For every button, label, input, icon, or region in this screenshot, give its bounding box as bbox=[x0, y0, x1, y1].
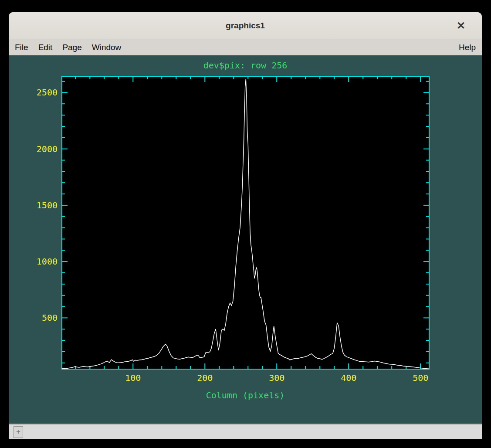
svg-text:200: 200 bbox=[197, 373, 213, 383]
menu-bar: FileEditPageWindow Help bbox=[9, 39, 482, 55]
graphics-canvas[interactable]: 1002003004005005001000150020002500 dev$p… bbox=[9, 55, 482, 424]
svg-text:400: 400 bbox=[341, 373, 356, 383]
svg-text:100: 100 bbox=[125, 373, 141, 383]
svg-text:1000: 1000 bbox=[37, 256, 58, 267]
svg-text:2500: 2500 bbox=[37, 87, 58, 98]
menu-item-edit[interactable]: Edit bbox=[38, 43, 53, 52]
svg-text:2000: 2000 bbox=[37, 144, 58, 154]
window-title: graphics1 bbox=[226, 21, 265, 31]
svg-text:500: 500 bbox=[42, 312, 58, 323]
menu-items: FileEditPageWindow bbox=[15, 43, 131, 52]
svg-text:1500: 1500 bbox=[37, 200, 58, 210]
x-axis-label: Column (pixels) bbox=[206, 390, 285, 400]
svg-text:300: 300 bbox=[269, 373, 284, 383]
plot-svg: 1002003004005005001000150020002500 dev$p… bbox=[9, 55, 482, 424]
menu-item-page[interactable]: Page bbox=[62, 43, 81, 52]
menu-item-help[interactable]: Help bbox=[459, 43, 476, 52]
status-bar: + bbox=[9, 424, 482, 439]
svg-text:500: 500 bbox=[413, 373, 428, 383]
title-bar[interactable]: graphics1 ✕ bbox=[9, 12, 482, 39]
graphics-window: graphics1 ✕ FileEditPageWindow Help 1002… bbox=[9, 12, 482, 439]
expand-icon[interactable]: + bbox=[14, 426, 23, 438]
plot-title: dev$pix: row 256 bbox=[203, 60, 288, 71]
menu-item-window[interactable]: Window bbox=[92, 43, 122, 52]
plot-area bbox=[62, 76, 429, 369]
close-icon[interactable]: ✕ bbox=[457, 12, 465, 39]
menu-item-file[interactable]: File bbox=[15, 43, 28, 52]
